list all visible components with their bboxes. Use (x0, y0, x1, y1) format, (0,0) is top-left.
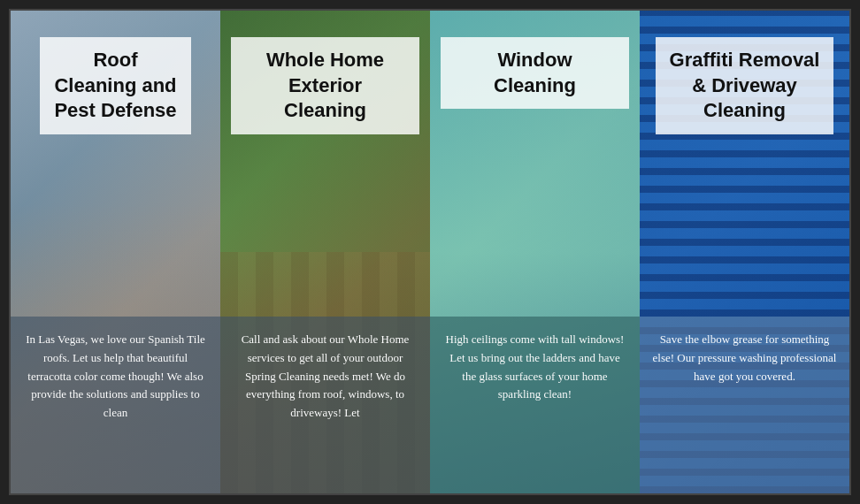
card-whole-home: Whole HomeExterior Cleaning Call and ask… (220, 11, 430, 493)
card-4-title: Graffiti Removal& DrivewayCleaning (670, 48, 820, 124)
card-roof-cleaning: RoofCleaning andPest Defense In Las Vega… (11, 11, 220, 493)
card-1-desc-text: In Las Vegas, we love our Spanish Tile r… (26, 332, 205, 419)
card-2-title-box: Whole HomeExterior Cleaning (231, 37, 419, 134)
card-graffiti-removal: Graffiti Removal& DrivewayCleaning Save … (640, 11, 849, 493)
card-3-desc-text: High ceilings come with tall windows! Le… (446, 332, 625, 401)
cards-container: RoofCleaning andPest Defense In Las Vega… (9, 9, 851, 495)
card-2-title: Whole HomeExterior Cleaning (245, 48, 405, 124)
card-3-description: High ceilings come with tall windows! Le… (430, 317, 640, 493)
card-2-description: Call and ask about our Whole Home servic… (220, 317, 430, 493)
card-1-title: RoofCleaning andPest Defense (54, 48, 176, 124)
card-4-desc-text: Save the elbow grease for something else… (653, 332, 837, 383)
page-wrapper: RoofCleaning andPest Defense In Las Vega… (0, 0, 860, 504)
card-window-cleaning: Window Cleaning High ceilings come with … (430, 11, 640, 493)
card-2-desc-text: Call and ask about our Whole Home servic… (242, 332, 410, 419)
card-3-title: Window Cleaning (455, 48, 615, 98)
card-3-title-box: Window Cleaning (441, 37, 629, 109)
card-4-description: Save the elbow grease for something else… (640, 317, 849, 493)
card-1-description: In Las Vegas, we love our Spanish Tile r… (11, 317, 220, 493)
card-1-title-box: RoofCleaning andPest Defense (40, 37, 190, 134)
card-4-title-box: Graffiti Removal& DrivewayCleaning (656, 37, 834, 134)
